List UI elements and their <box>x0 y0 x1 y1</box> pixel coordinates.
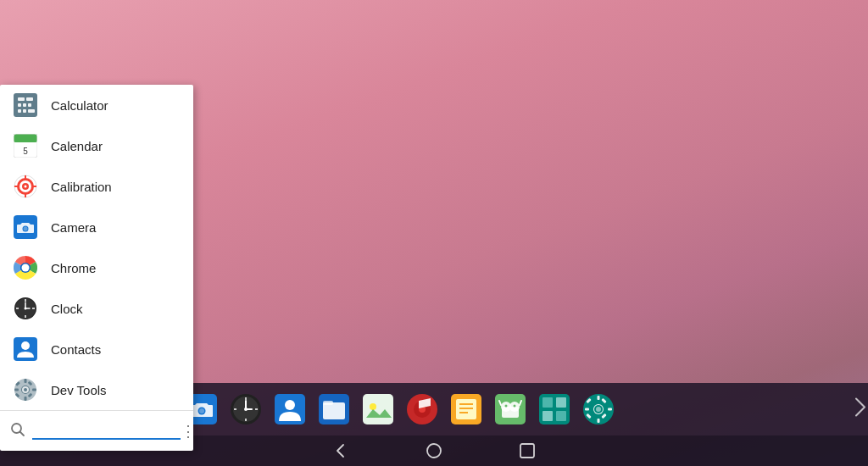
menu-search-bar: ⋮ <box>0 410 193 451</box>
svg-point-39 <box>21 341 30 350</box>
svg-point-134 <box>596 407 601 412</box>
clock-icon <box>14 297 37 320</box>
home-button[interactable] <box>421 438 447 463</box>
menu-item-chrome[interactable]: Chrome <box>0 247 193 288</box>
recents-button[interactable] <box>515 438 540 463</box>
svg-rect-119 <box>542 397 553 408</box>
back-button[interactable] <box>328 438 353 463</box>
clock-label: Clock <box>51 302 83 316</box>
svg-point-85 <box>199 408 204 413</box>
svg-rect-9 <box>14 134 37 142</box>
menu-item-calibration[interactable]: Calibration <box>0 166 193 207</box>
contacts-icon <box>14 337 37 361</box>
taskbar-settings-button[interactable] <box>576 387 620 431</box>
taskbar-games-button[interactable] <box>532 387 576 431</box>
devtools-icon <box>14 378 37 402</box>
chrome-label: Chrome <box>51 261 96 275</box>
taskbar-music-button[interactable] <box>400 387 444 431</box>
svg-text:5: 5 <box>23 147 28 156</box>
more-options-icon[interactable]: ⋮ <box>181 422 196 441</box>
svg-point-135 <box>427 444 441 458</box>
devtools-label: Dev Tools <box>51 383 107 397</box>
svg-line-53 <box>20 431 25 435</box>
svg-rect-1 <box>18 97 25 101</box>
svg-rect-7 <box>23 109 26 113</box>
taskbar-clock-button[interactable] <box>224 387 268 431</box>
taskbar-android-button[interactable] <box>488 387 532 431</box>
calculator-label: Calculator <box>51 98 108 113</box>
calendar-label: Calendar <box>51 139 103 153</box>
calibration-label: Calibration <box>51 180 112 194</box>
collapse-arrow[interactable] <box>853 394 868 425</box>
svg-rect-3 <box>18 103 21 107</box>
svg-rect-128 <box>608 408 612 411</box>
svg-rect-8 <box>28 109 35 113</box>
svg-point-17 <box>25 186 27 188</box>
camera-label: Camera <box>51 220 96 235</box>
svg-point-24 <box>24 227 28 231</box>
svg-rect-5 <box>28 103 31 107</box>
search-input[interactable] <box>32 423 181 440</box>
svg-rect-126 <box>598 419 600 423</box>
calibration-icon <box>14 175 37 198</box>
app-menu: Calculator 5 Calendar <box>0 85 193 451</box>
svg-point-117 <box>514 405 516 408</box>
svg-rect-6 <box>18 109 21 113</box>
svg-rect-121 <box>542 411 553 421</box>
svg-rect-99 <box>323 401 333 405</box>
svg-rect-2 <box>26 97 33 101</box>
svg-rect-127 <box>585 408 589 411</box>
svg-rect-44 <box>14 389 19 391</box>
camera-icon <box>14 215 37 239</box>
svg-rect-120 <box>556 397 566 408</box>
search-icon <box>10 422 25 441</box>
svg-rect-122 <box>556 411 566 421</box>
taskbar-contacts-button[interactable] <box>268 387 312 431</box>
svg-point-116 <box>505 405 508 408</box>
menu-item-calculator[interactable]: Calculator <box>0 85 193 125</box>
svg-point-51 <box>24 388 27 391</box>
svg-rect-4 <box>23 103 26 107</box>
menu-item-calendar[interactable]: 5 Calendar <box>0 125 193 166</box>
svg-rect-125 <box>598 396 600 400</box>
menu-item-contacts[interactable]: Contacts <box>0 329 193 369</box>
taskbar-files-button[interactable] <box>312 387 356 431</box>
menu-item-clock[interactable]: Clock <box>0 288 193 329</box>
menu-item-devtools[interactable]: Dev Tools <box>0 369 193 410</box>
taskbar-notes-button[interactable] <box>444 387 488 431</box>
svg-point-28 <box>22 264 30 272</box>
svg-point-96 <box>285 400 295 410</box>
desktop: Calculator 5 Calendar <box>0 0 868 466</box>
contacts-label: Contacts <box>51 342 101 357</box>
svg-rect-45 <box>32 389 36 391</box>
calendar-icon: 5 <box>14 134 37 158</box>
svg-rect-136 <box>520 444 534 458</box>
menu-item-camera[interactable]: Camera <box>0 207 193 247</box>
svg-rect-42 <box>25 379 27 383</box>
taskbar-photos-button[interactable] <box>356 387 400 431</box>
svg-rect-43 <box>25 397 27 401</box>
chrome-icon <box>14 256 37 280</box>
calculator-icon <box>14 93 37 117</box>
svg-point-101 <box>370 403 376 410</box>
svg-rect-100 <box>363 394 393 424</box>
